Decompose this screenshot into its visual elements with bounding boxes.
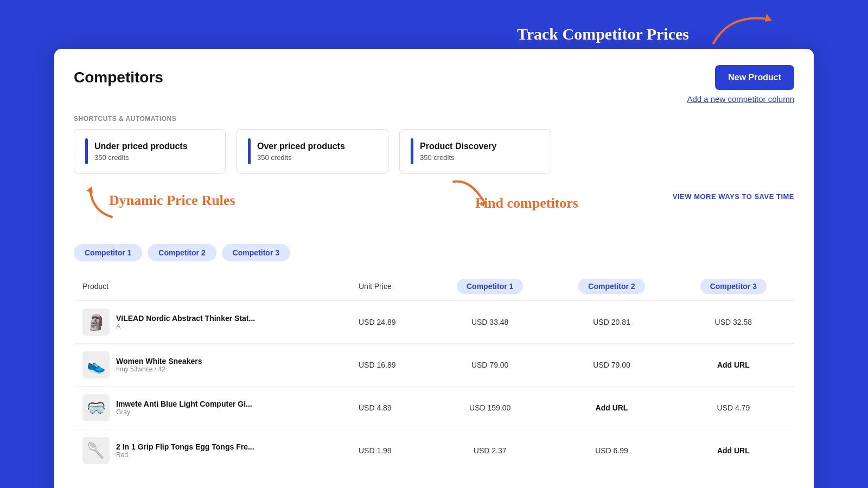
product-thumbnail: 👟 bbox=[82, 351, 110, 378]
comp3-cell[interactable]: Add URL bbox=[673, 429, 794, 472]
product-variant: Red bbox=[116, 451, 254, 459]
page-header: Competitors New Product bbox=[74, 65, 794, 90]
comp1-cell: USD 33.48 bbox=[429, 301, 551, 344]
comp2-cell: USD 6.99 bbox=[551, 429, 672, 472]
table-row: 🥄 2 In 1 Grip Flip Tongs Egg Tongs Fre..… bbox=[74, 429, 794, 472]
product-name: Imwete Anti Blue Light Computer Gl... bbox=[116, 400, 252, 408]
comp1-cell: USD 159.00 bbox=[429, 387, 551, 429]
col-comp3: Competitor 3 bbox=[673, 272, 794, 301]
page-title: Competitors bbox=[74, 69, 163, 86]
shortcut-title-2: Product Discovery bbox=[420, 142, 496, 151]
comp3-cell[interactable]: Add URL bbox=[673, 344, 794, 387]
product-thumbnail: 🥽 bbox=[82, 394, 110, 421]
product-thumbnail: 🗿 bbox=[82, 309, 110, 336]
product-cell: 🗿 VILEAD Nordic Abstract Thinker Stat...… bbox=[74, 301, 350, 344]
dynamic-price-label: Dynamic Price Rules bbox=[109, 192, 235, 209]
competitor-tabs: Competitor 1 Competitor 2 Competitor 3 bbox=[74, 244, 794, 261]
shortcut-credits-0: 350 credits bbox=[94, 153, 188, 162]
product-cell: 🥽 Imwete Anti Blue Light Computer Gl... … bbox=[74, 387, 350, 429]
product-cell: 🥄 2 In 1 Grip Flip Tongs Egg Tongs Fre..… bbox=[74, 429, 350, 472]
product-cell: 👟 Women White Sneakers hmy 53white / 42 bbox=[74, 344, 350, 387]
shortcut-title-1: Over priced products bbox=[257, 142, 345, 151]
product-variant: Gray bbox=[116, 408, 252, 416]
comp-tab-3[interactable]: Competitor 3 bbox=[222, 244, 290, 261]
col-product: Product bbox=[74, 272, 350, 301]
table-row: 🗿 VILEAD Nordic Abstract Thinker Stat...… bbox=[74, 301, 794, 344]
table-row: 🥽 Imwete Anti Blue Light Computer Gl... … bbox=[74, 387, 794, 429]
product-name: Women White Sneakers bbox=[116, 357, 202, 365]
col-comp2: Competitor 2 bbox=[551, 272, 672, 301]
add-competitor-link[interactable]: Add a new competitor column bbox=[687, 94, 794, 104]
comp1-cell: USD 79.00 bbox=[429, 344, 551, 387]
shortcut-accent-1 bbox=[248, 138, 251, 164]
annotation-area: Dynamic Price Rules Find competitors VIE… bbox=[74, 184, 794, 239]
add-url-comp3[interactable]: Add URL bbox=[717, 446, 750, 455]
new-product-button[interactable]: New Product bbox=[715, 65, 794, 90]
comp3-cell: USD 32.58 bbox=[673, 301, 794, 344]
comp-tab-1[interactable]: Competitor 1 bbox=[74, 244, 142, 261]
comp2-cell: USD 79.00 bbox=[551, 344, 672, 387]
svg-marker-0 bbox=[765, 14, 772, 22]
shortcuts-row: Under priced products 350 credits Over p… bbox=[74, 129, 794, 174]
unit-price-cell: USD 1.99 bbox=[350, 429, 429, 472]
product-table: Product Unit Price Competitor 1 Competit… bbox=[74, 272, 794, 472]
comp3-cell: USD 4.79 bbox=[673, 387, 794, 429]
add-url-comp2[interactable]: Add URL bbox=[596, 403, 628, 412]
product-variant: hmy 53white / 42 bbox=[116, 365, 202, 373]
shortcut-product-discovery[interactable]: Product Discovery 350 credits bbox=[399, 129, 551, 174]
comp2-cell[interactable]: Add URL bbox=[551, 387, 672, 429]
shortcut-credits-1: 350 credits bbox=[257, 153, 345, 162]
shortcut-accent bbox=[85, 138, 88, 164]
track-competitor-label: Track Competitor Prices bbox=[517, 25, 689, 43]
unit-price-cell: USD 16.89 bbox=[350, 344, 429, 387]
add-competitor-section: Add a new competitor column bbox=[74, 94, 794, 104]
table-row: 👟 Women White Sneakers hmy 53white / 42 … bbox=[74, 344, 794, 387]
product-name: VILEAD Nordic Abstract Thinker Stat... bbox=[116, 314, 255, 323]
product-thumbnail: 🥄 bbox=[82, 437, 110, 464]
shortcut-under-priced[interactable]: Under priced products 350 credits bbox=[74, 129, 226, 174]
top-arrow-icon bbox=[708, 11, 784, 49]
shortcuts-label: SHORTCUTS & AUTOMATIONS bbox=[74, 115, 794, 123]
unit-price-cell: USD 4.89 bbox=[350, 387, 429, 429]
col-comp1: Competitor 1 bbox=[429, 272, 551, 301]
shortcut-accent-2 bbox=[411, 138, 413, 164]
find-competitors-label: Find competitors bbox=[475, 195, 578, 211]
col-unit-price: Unit Price bbox=[350, 272, 429, 301]
unit-price-cell: USD 24.89 bbox=[350, 301, 429, 344]
view-more-link[interactable]: VIEW MORE WAYS TO SAVE TIME bbox=[673, 192, 794, 201]
add-url-comp3[interactable]: Add URL bbox=[717, 361, 750, 369]
product-name: 2 In 1 Grip Flip Tongs Egg Tongs Fre... bbox=[116, 442, 254, 451]
shortcut-over-priced[interactable]: Over priced products 350 credits bbox=[237, 129, 388, 174]
comp-tab-2[interactable]: Competitor 2 bbox=[148, 244, 216, 261]
comp1-cell: USD 2.37 bbox=[429, 429, 551, 472]
product-variant: A bbox=[116, 323, 255, 330]
shortcut-credits-2: 350 credits bbox=[420, 153, 496, 162]
comp2-cell: USD 20.81 bbox=[551, 301, 672, 344]
shortcut-title-0: Under priced products bbox=[94, 142, 188, 151]
